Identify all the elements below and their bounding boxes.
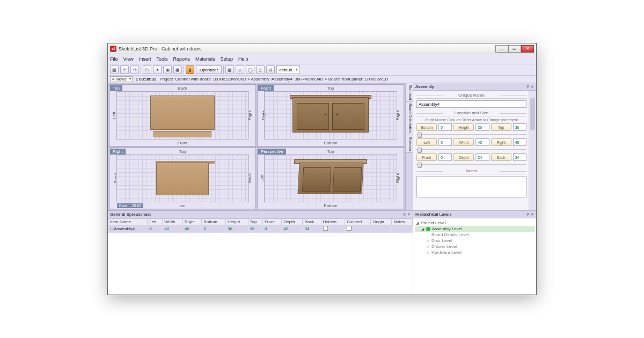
undo-icon[interactable]: ↶ — [120, 65, 129, 74]
bottom-button[interactable]: Bottom — [416, 123, 437, 131]
cell[interactable]: 36 — [248, 225, 262, 233]
cell[interactable]: 40 — [163, 225, 183, 233]
menu-materials[interactable]: Materials — [195, 56, 215, 62]
col-height[interactable]: Height — [226, 219, 248, 225]
viewport-front[interactable]: Front Top Bottom Right Right — [257, 84, 404, 146]
depth-button[interactable]: Depth — [453, 153, 474, 161]
col-item-name[interactable]: Item Name — [108, 219, 148, 225]
menu-help[interactable]: Help — [238, 56, 248, 62]
col-back[interactable]: Back — [303, 219, 321, 225]
collapse-icon[interactable]: ◢ — [415, 221, 419, 225]
col-front[interactable]: Front — [262, 219, 281, 225]
optimizer-button[interactable]: Optimizer — [196, 65, 222, 74]
minimize-button[interactable]: — — [495, 45, 508, 53]
menu-insert[interactable]: Insert — [139, 56, 151, 62]
col-depth[interactable]: Depth — [282, 219, 303, 225]
spreadsheet-table[interactable]: Item Name Left Width Right Bottom Height… — [108, 218, 413, 233]
viewport-top[interactable]: Top Back Front Left Right — [109, 84, 256, 146]
layout-dropdown[interactable]: default — [276, 65, 300, 74]
breadcrumb-path[interactable]: Project 'Cabinet with doors' 100Hx120Wx9… — [159, 77, 388, 82]
notes-textarea[interactable] — [416, 176, 526, 197]
col-origin[interactable]: Origin — [371, 219, 392, 225]
cabinet-door-right[interactable] — [333, 167, 362, 192]
col-left[interactable]: Left — [148, 219, 163, 225]
height-button[interactable]: Height — [453, 123, 474, 131]
cell[interactable]: 40 — [282, 225, 303, 233]
menu-file[interactable]: File — [110, 56, 118, 62]
viewport-perspective[interactable]: Perspective Top Bottom Left Right — [257, 148, 404, 210]
tree-node-project[interactable]: ◢Project Level — [415, 220, 535, 226]
depth-field[interactable]: 34 — [475, 153, 489, 161]
width-button[interactable]: Width — [453, 138, 474, 146]
front-field[interactable]: 0 — [438, 153, 452, 161]
cabinet-side[interactable] — [156, 163, 209, 195]
col-width[interactable]: Width — [163, 219, 183, 225]
tool-1-icon[interactable]: ▦ — [110, 65, 119, 74]
cell[interactable]: 0 — [262, 225, 281, 233]
width-field[interactable]: 40 — [475, 138, 489, 146]
unique-name-input[interactable] — [416, 100, 526, 108]
tree-node-drawer[interactable]: ▷Drawer Level — [415, 244, 535, 249]
col-colored[interactable]: Colored — [345, 219, 371, 225]
expand-icon[interactable]: ▷ — [426, 251, 430, 255]
cell[interactable]: 36 — [226, 225, 248, 233]
cell[interactable]: 34 — [303, 225, 321, 233]
expand-icon[interactable]: ▷ — [426, 245, 430, 249]
menu-view[interactable]: View — [123, 56, 134, 62]
cabinet-door-left[interactable] — [302, 167, 331, 192]
pin-icon[interactable]: ⚲ — [403, 212, 406, 217]
hierarchy-header[interactable]: Hierarchical Levels ⚲✕ — [413, 211, 536, 218]
back-field[interactable]: 34 — [513, 153, 526, 161]
expand-icon[interactable]: ▷ — [426, 239, 430, 243]
cell-hidden[interactable] — [321, 225, 345, 233]
cabinet-drawer[interactable] — [153, 131, 212, 137]
cabinet-door-right[interactable] — [332, 103, 364, 130]
collapse-icon[interactable]: ◢ — [420, 227, 425, 231]
slider-2[interactable] — [416, 148, 526, 152]
tree-node-hardware[interactable]: ▷Hardware Level — [415, 249, 535, 255]
col-bottom[interactable]: Bottom — [202, 219, 226, 225]
expand-icon[interactable]: ▷ — [110, 227, 113, 231]
grid-icon[interactable]: ▦ — [225, 65, 234, 74]
back-button[interactable]: Back — [491, 153, 511, 161]
menu-reports[interactable]: Reports — [173, 56, 190, 62]
print-icon[interactable]: ⎙ — [266, 65, 275, 74]
checkbox[interactable] — [323, 226, 328, 231]
pin-icon[interactable]: ⚲ — [526, 85, 529, 89]
left-button[interactable]: Left — [416, 138, 437, 146]
tab-standard[interactable]: Standard — [406, 83, 413, 102]
device-icon[interactable]: ▯ — [256, 65, 265, 74]
wizard-icon[interactable]: ✦ — [153, 65, 162, 74]
cell[interactable]: 0 — [148, 225, 163, 233]
tree-node-board[interactable]: Board Details Level — [415, 232, 535, 238]
cylinder-icon[interactable]: ◯ — [246, 65, 254, 74]
hierarchy-tree[interactable]: ◢Project Level ◢Assembly Level Board Det… — [413, 218, 536, 257]
views-dropdown[interactable]: 4 views — [110, 76, 133, 82]
bottom-field[interactable]: 0 — [438, 123, 452, 131]
scrollbar[interactable] — [529, 91, 536, 210]
close-icon[interactable]: ✕ — [531, 85, 534, 89]
cell[interactable]: 0 — [202, 225, 226, 233]
timer-icon[interactable]: ⏱ — [143, 65, 151, 74]
cell-colored[interactable] — [345, 225, 371, 233]
titlebar[interactable]: sl SketchList 3D Pro - Cabinet with door… — [108, 43, 536, 54]
close-icon[interactable]: ✕ — [407, 212, 411, 217]
left-field[interactable]: 0 — [438, 138, 452, 146]
col-notes[interactable]: Notes — [392, 219, 413, 225]
cell[interactable]: 40 — [183, 225, 202, 233]
slider-3[interactable] — [416, 163, 526, 167]
table-row[interactable]: ▷Assembly4 0 40 40 0 36 36 0 40 34 — [108, 225, 413, 233]
col-hidden[interactable]: Hidden — [321, 219, 345, 225]
top-field[interactable]: 36 — [513, 123, 526, 131]
top-button[interactable]: Top — [491, 123, 511, 131]
camera-icon[interactable]: ◉ — [163, 65, 172, 74]
render-icon[interactable]: ▣ — [173, 65, 182, 74]
right-button[interactable]: Right — [491, 138, 511, 146]
front-button[interactable]: Front — [416, 153, 437, 161]
pin-icon[interactable]: ⚲ — [526, 212, 529, 217]
tab-rotation[interactable]: Rotation — [406, 135, 413, 153]
height-field[interactable]: 36 — [475, 123, 489, 131]
cell-notes[interactable] — [392, 225, 413, 233]
cabinet-door-left[interactable] — [297, 103, 329, 130]
close-icon[interactable]: ✕ — [531, 212, 534, 217]
